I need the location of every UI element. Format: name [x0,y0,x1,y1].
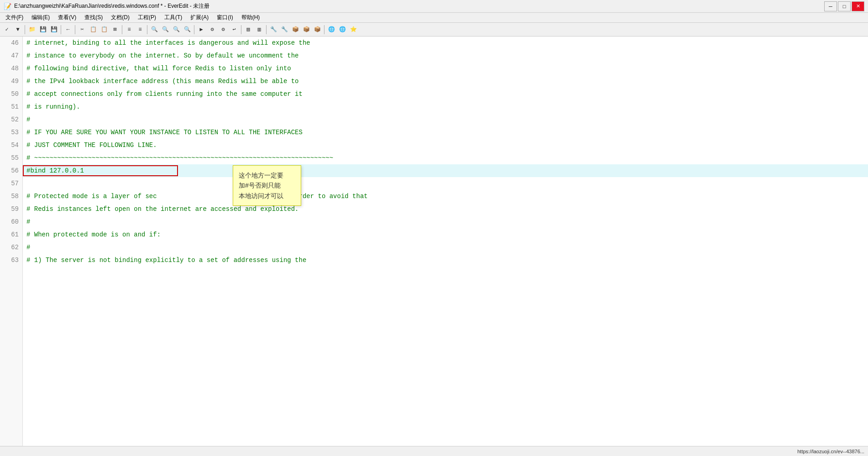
toolbar: ✓ ▼ 📁 💾 💾 ← ✂ 📋 📋 ⊠ ≡ ≡ 🔍 🔍 🔍 🔍 ▶ ⚙ ⚙ ↩ … [0,23,868,37]
tool-btn2[interactable]: 🔧 [279,25,289,35]
sep-9 [324,25,324,34]
menu-item-窗口i[interactable]: 窗口(I) [213,13,236,22]
sep-6 [194,25,194,34]
menu-item-查看v[interactable]: 查看(V) [54,13,80,22]
save-button[interactable]: 💾 [38,25,48,35]
minimize-button[interactable]: ─ [824,1,837,11]
status-info: https://laozuoji.cn/ev--43876... [797,449,864,454]
line-number-50: 50 [0,88,22,100]
line-number-55: 55 [0,152,22,164]
maximize-button[interactable]: □ [838,1,851,11]
save-all-button[interactable]: 💾 [49,25,59,35]
title-bar: 📝 E:\anzhuangweizhi\KaFaRuanJian\redis\r… [0,0,868,13]
cut-button[interactable]: ✂ [77,25,87,35]
menu-item-扩展a[interactable]: 扩展(A) [187,13,212,22]
run-btn3[interactable]: ⚙ [218,25,228,35]
tool-btn1[interactable]: 🔧 [268,25,278,35]
run-btn2[interactable]: ⚙ [207,25,217,35]
tooltip-text: 这个地方一定要 加#号否则只能 本地访问才可以 [239,172,283,199]
sep-5 [147,25,147,34]
app-icon: 📝 [4,3,11,10]
line-number-60: 60 [0,215,22,228]
code-line-49[interactable]: # the IPv4 lookback interface address (t… [23,75,868,88]
close-button[interactable]: ✕ [852,1,864,11]
line-number-61: 61 [0,228,22,241]
line-number-46: 46 [0,37,22,49]
selection-highlight [23,165,178,176]
sep-3 [75,25,75,34]
find-btn3[interactable]: 🔍 [171,25,181,35]
code-line-53[interactable]: # IF YOU ARE SURE YOU WANT YOUR INSTANCE… [23,126,868,139]
browser-btn1[interactable]: 🌐 [326,25,336,35]
line-number-62: 62 [0,241,22,254]
window-title: E:\anzhuangweizhi\KaFaRuanJian\redis\red… [14,2,209,10]
sep-2 [61,25,61,34]
sep-4 [122,25,122,34]
view-btn1[interactable]: ▤ [243,25,253,35]
code-line-47[interactable]: # instance to everybody on the internet.… [23,49,868,62]
paste-button[interactable]: 📋 [99,25,109,35]
copy-button[interactable]: 📋 [88,25,98,35]
new-button[interactable]: ✓ [2,25,12,35]
sep-8 [266,25,267,34]
star-btn[interactable]: ⭐ [348,25,358,35]
indent-button[interactable]: ≡ [124,25,134,35]
sep-1 [25,25,25,34]
line-number-63: 63 [0,254,22,267]
code-line-57[interactable] [23,177,868,190]
line-number-49: 49 [0,75,22,88]
find-btn2[interactable]: 🔍 [160,25,170,35]
editor-container: 464748495051525354555657585960616263 # i… [0,37,868,455]
run-button[interactable]: ▶ [196,25,206,35]
line-number-54: 54 [0,139,22,152]
window-controls[interactable]: ─ □ ✕ [824,1,864,11]
line-number-47: 47 [0,49,22,62]
code-line-55[interactable]: # ~~~~~~~~~~~~~~~~~~~~~~~~~~~~~~~~~~~~~~… [23,152,868,164]
tool-btn3[interactable]: 📦 [290,25,300,35]
menu-item-工程p[interactable]: 工程(P) [134,13,160,22]
line-number-53: 53 [0,126,22,139]
code-line-51[interactable]: # is running). [23,100,868,113]
code-line-46[interactable]: # internet, binding to all the interface… [23,37,868,49]
code-line-62[interactable]: # [23,241,868,254]
line-number-58: 58 [0,190,22,203]
line-number-56: 56 [0,164,22,177]
code-line-58[interactable]: # Protected mode is a layer of sec ectio… [23,190,868,203]
code-line-54[interactable]: # JUST COMMENT THE FOLLOWING LINE. [23,139,868,152]
open-button[interactable]: 📁 [27,25,37,35]
toolbar-btn-x[interactable]: ⊠ [110,25,120,35]
line-number-48: 48 [0,62,22,75]
code-line-60[interactable]: # [23,215,868,228]
code-line-61[interactable]: # When protected mode is on and if: [23,228,868,241]
browser-btn2[interactable]: 🌐 [337,25,347,35]
menu-item-文件f[interactable]: 文件(F) [2,13,27,22]
menu-item-编辑e[interactable]: 编辑(E) [28,13,53,22]
code-area[interactable]: # internet, binding to all the interface… [23,37,868,455]
annotation-tooltip: 这个地方一定要 加#号否则只能 本地访问才可以 [233,165,301,206]
line-number-51: 51 [0,100,22,113]
tool-btn4[interactable]: 📦 [301,25,311,35]
menu-bar: 文件(F)编辑(E)查看(V)查找(S)文档(D)工程(P)工具(T)扩展(A)… [0,13,868,23]
find-button[interactable]: 🔍 [149,25,159,35]
line-number-52: 52 [0,113,22,126]
tool-btn5[interactable]: 📦 [312,25,322,35]
menu-item-工具t[interactable]: 工具(T) [161,13,186,22]
back-button[interactable]: ← [63,25,73,35]
view-btn2[interactable]: ▥ [254,25,264,35]
code-line-59[interactable]: # Redis instances left open on the inter… [23,203,868,215]
menu-item-查找s[interactable]: 查找(S) [81,13,106,22]
line-number-57: 57 [0,177,22,190]
code-line-63[interactable]: # 1) The server is not binding explicitl… [23,254,868,267]
line-numbers: 464748495051525354555657585960616263 [0,37,23,455]
menu-item-帮助h[interactable]: 帮助(H) [238,13,264,22]
menu-item-文档d[interactable]: 文档(D) [107,13,133,22]
status-bar: https://laozuoji.cn/ev--43876... [0,446,868,456]
find-btn4[interactable]: 🔍 [182,25,192,35]
code-line-48[interactable]: # following bind directive, that will fo… [23,62,868,75]
toolbar-btn-2[interactable]: ▼ [13,25,23,35]
code-line-50[interactable]: # accept connections only from clients r… [23,88,868,100]
indent-btn2[interactable]: ≡ [135,25,145,35]
code-line-52[interactable]: # [23,113,868,126]
code-line-56[interactable]: #bind 127.0.0.1这个地方一定要 加#号否则只能 本地访问才可以 [23,164,868,177]
run-btn4[interactable]: ↩ [229,25,239,35]
